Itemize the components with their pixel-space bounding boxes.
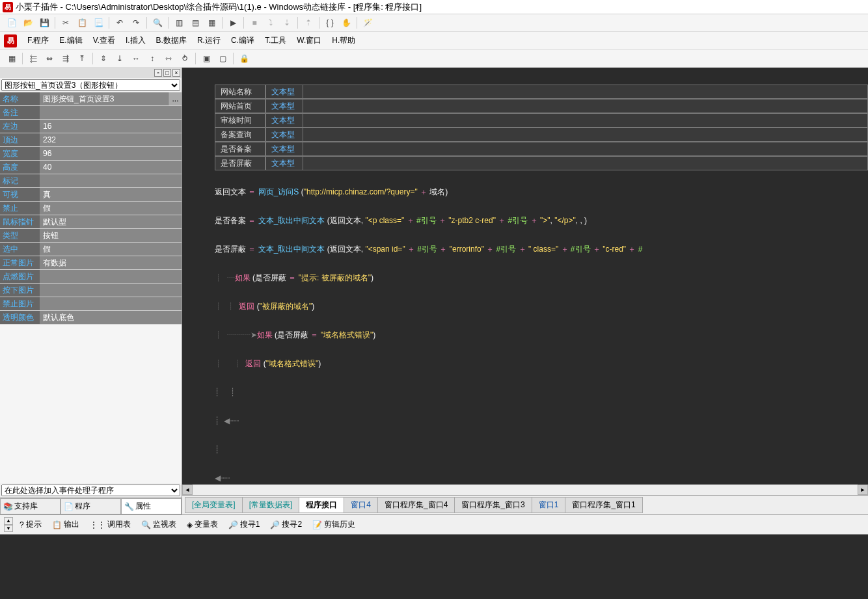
bottom-tab[interactable]: 🔎搜寻2 (265, 517, 307, 532)
property-value[interactable]: 232 (40, 133, 182, 146)
property-row[interactable]: 备注 (0, 106, 182, 120)
variable-row[interactable]: 备案查询文本型 (215, 127, 868, 142)
menu-compile[interactable]: C.编译 (226, 33, 260, 48)
step-over-icon[interactable]: ⤵ (263, 16, 278, 30)
bottom-tab[interactable]: ?提示 (14, 517, 47, 532)
menu-window[interactable]: W.窗口 (292, 33, 327, 48)
align-top-icon[interactable]: ⤒ (74, 51, 90, 66)
event-selector[interactable]: 在此处选择加入事件处理子程序 (1, 485, 180, 496)
property-row[interactable]: 按下图片 (0, 284, 182, 297)
property-value[interactable]: 图形按钮_首页设置3 (40, 92, 169, 105)
bottom-tab[interactable]: 📋输出 (47, 517, 85, 532)
step-into-icon[interactable]: ⇣ (279, 16, 295, 30)
bottom-tab[interactable]: ◈变量表 (182, 517, 223, 532)
horizontal-scrollbar[interactable]: ◄ ► (182, 485, 868, 495)
panel-pin-icon[interactable]: ▫ (154, 69, 162, 77)
menu-help[interactable]: H.帮助 (327, 33, 360, 48)
properties-grid[interactable]: 名称图形按钮_首页设置3...备注左边16顶边232宽度96高度40标记可视真禁… (0, 92, 182, 483)
tab-program[interactable]: 📄程序 (61, 498, 121, 514)
code-editor[interactable]: 网站名称文本型网站首页文本型审核时间文本型备案查询文本型是否备案文本型是否屏蔽文… (182, 68, 868, 485)
braces-icon[interactable]: { } (322, 16, 338, 30)
property-row[interactable]: 禁止图片 (0, 297, 182, 311)
bottom-tab[interactable]: ⋮⋮调用表 (85, 517, 136, 532)
cut-icon[interactable]: ✂ (58, 16, 74, 30)
property-row[interactable]: 宽度96 (0, 147, 182, 161)
redo-icon[interactable]: ↷ (128, 16, 144, 30)
property-row[interactable]: 标记 (0, 174, 182, 188)
window-layout3-icon[interactable]: ▦ (204, 16, 219, 30)
property-value[interactable]: 默认底色 (40, 311, 182, 324)
property-row[interactable]: 选中假 (0, 243, 182, 256)
find-icon[interactable]: 🔍 (150, 16, 165, 30)
editor-tab[interactable]: 窗口程序集_窗口4 (377, 497, 455, 513)
property-value[interactable]: 假 (40, 202, 182, 215)
align-right-icon[interactable]: ⇶ (58, 51, 74, 66)
scroll-right-icon[interactable]: ► (858, 485, 868, 495)
property-value[interactable]: 假 (40, 243, 182, 256)
property-value[interactable]: 按钮 (40, 229, 182, 242)
bottom-tab[interactable]: 📝剪辑历史 (307, 517, 360, 532)
window-layout1-icon[interactable]: ▥ (171, 16, 187, 30)
align-center-icon[interactable]: ⇔ (42, 51, 57, 66)
editor-tab[interactable]: 窗口4 (344, 497, 378, 513)
save-file-icon[interactable]: 💾 (36, 16, 52, 30)
property-row[interactable]: 可视真 (0, 188, 182, 202)
dist-v-icon[interactable]: ⥁ (177, 51, 193, 66)
panel-restore-icon[interactable]: □ (163, 69, 171, 77)
menu-insert[interactable]: I.插入 (120, 33, 151, 48)
editor-tab[interactable]: 程序接口 (299, 497, 344, 513)
property-value[interactable]: 有数据 (40, 256, 182, 269)
property-row[interactable]: 类型按钮 (0, 229, 182, 243)
menu-program[interactable]: F.程序 (22, 33, 54, 48)
property-value[interactable] (40, 270, 182, 283)
copy-icon[interactable]: 📋 (74, 16, 90, 30)
variable-row[interactable]: 是否屏蔽文本型 (215, 156, 868, 170)
property-row[interactable]: 正常图片有数据 (0, 256, 182, 270)
tab-support-lib[interactable]: 📚支持库 (0, 498, 61, 514)
variable-row[interactable]: 是否备案文本型 (215, 142, 868, 156)
align-grid-icon[interactable]: ▦ (4, 51, 20, 66)
variable-row[interactable]: 网站名称文本型 (215, 85, 868, 99)
new-file-icon[interactable]: 📄 (4, 16, 20, 30)
variable-row[interactable]: 网站首页文本型 (215, 99, 868, 113)
property-row[interactable]: 鼠标指针默认型 (0, 215, 182, 229)
property-value[interactable]: 16 (40, 120, 182, 133)
menu-view[interactable]: V.查看 (88, 33, 120, 48)
menu-database[interactable]: B.数据库 (151, 33, 192, 48)
property-value[interactable] (40, 284, 182, 297)
hand-icon[interactable]: ✋ (338, 16, 354, 30)
align-left-icon[interactable]: ⬱ (25, 51, 41, 66)
editor-tab[interactable]: 窗口程序集_窗口3 (454, 497, 532, 513)
window-layout2-icon[interactable]: ▤ (187, 16, 203, 30)
stop-icon[interactable]: ■ (247, 16, 262, 30)
object-selector[interactable]: 图形按钮_首页设置3（图形按钮） (1, 79, 180, 91)
editor-tab[interactable]: 窗口1 (532, 497, 566, 513)
property-value[interactable]: 默认型 (40, 215, 182, 228)
variable-row[interactable]: 审核时间文本型 (215, 113, 868, 127)
menu-run[interactable]: R.运行 (192, 33, 226, 48)
property-value[interactable]: 96 (40, 147, 182, 160)
align-middle-icon[interactable]: ⇕ (96, 51, 111, 66)
same-height-icon[interactable]: ↕ (144, 51, 160, 66)
wand-icon[interactable]: 🪄 (360, 16, 375, 30)
tab-properties[interactable]: 🔧属性 (121, 498, 182, 514)
tab-scroll-arrows[interactable]: ▲▼ (4, 517, 13, 532)
center-h-icon[interactable]: ▣ (198, 51, 214, 66)
dist-h-icon[interactable]: ⇿ (161, 51, 176, 66)
center-v-icon[interactable]: ▢ (215, 51, 230, 66)
menu-tools[interactable]: T.工具 (260, 33, 292, 48)
output-panel[interactable] (0, 534, 868, 599)
scroll-left-icon[interactable]: ◄ (182, 485, 193, 495)
undo-icon[interactable]: ↶ (112, 16, 128, 30)
property-value[interactable] (40, 174, 182, 187)
bottom-tab[interactable]: 🔎搜寻1 (223, 517, 265, 532)
property-more-button[interactable]: ... (169, 92, 182, 105)
property-value[interactable]: 40 (40, 161, 182, 174)
step-out-icon[interactable]: ⇡ (301, 16, 316, 30)
property-row[interactable]: 点燃图片 (0, 270, 182, 284)
run-icon[interactable]: ▶ (225, 16, 241, 30)
lock-icon[interactable]: 🔒 (236, 51, 252, 66)
bottom-tab[interactable]: 🔍监视表 (136, 517, 182, 532)
property-value[interactable] (40, 297, 182, 310)
property-row[interactable]: 高度40 (0, 161, 182, 174)
